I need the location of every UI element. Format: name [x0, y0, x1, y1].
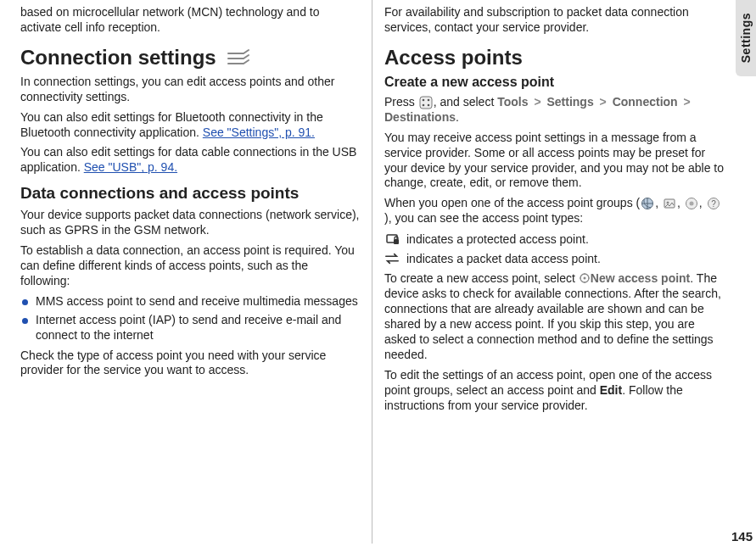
heading-access-points: Access points — [384, 46, 724, 70]
nav-settings: Settings — [546, 95, 593, 109]
protected-ap-icon — [384, 231, 400, 247]
svg-point-4 — [427, 104, 429, 107]
svg-point-2 — [427, 99, 429, 102]
page-body: based on microcellular network (MCN) tec… — [0, 0, 756, 552]
press-pre: Press — [384, 95, 418, 109]
new-access-point-label: New access point — [591, 271, 691, 285]
open-pre: When you open one of the access point gr… — [384, 196, 640, 209]
group-icon-wap — [684, 196, 699, 211]
group-icon-mms — [662, 196, 677, 211]
receive-settings-p: You may receive access point settings in… — [384, 131, 724, 192]
indicator-packet-row: indicates a packet data access point. — [384, 251, 724, 266]
create-ap-p: To create a new access point, select New… — [384, 271, 724, 362]
heading-connection-settings: Connection settings — [20, 46, 360, 70]
left-column: based on microcellular network (MCN) tec… — [20, 0, 372, 544]
data-p1: Your device supports packet data connect… — [20, 208, 360, 238]
svg-text:?: ? — [711, 199, 716, 209]
access-point-list: MMS access point to send and receive mul… — [20, 294, 360, 343]
svg-rect-0 — [420, 97, 432, 109]
menu-key-icon — [418, 95, 434, 110]
create-pre: To create a new access point, select — [384, 271, 579, 285]
edit-ap-p: To edit the settings of an access point,… — [384, 368, 724, 414]
list-item: Internet access point (IAP) to send and … — [20, 313, 360, 343]
group-icon-globe — [640, 196, 655, 211]
press-post: , and select — [434, 95, 498, 109]
indicator-protected-text: indicates a protected access point. — [406, 232, 589, 246]
nav-sep: > — [681, 95, 693, 109]
svg-point-15 — [583, 277, 585, 280]
sep-comma: , — [699, 196, 706, 209]
heading-data-connections: Data connections and access points — [20, 184, 360, 203]
data-p2: To establish a data connection, an acces… — [20, 243, 360, 289]
svg-point-7 — [666, 202, 669, 204]
nav-sep: > — [531, 95, 543, 109]
connection-p3-text: You can also edit settings for data cabl… — [20, 145, 356, 174]
svg-point-1 — [422, 99, 424, 102]
heading-connection-settings-text: Connection settings — [20, 46, 216, 70]
new-ap-icon — [579, 272, 591, 284]
list-item: MMS access point to send and receive mul… — [20, 294, 360, 309]
open-group-p: When you open one of the access point gr… — [384, 196, 724, 226]
nav-tools: Tools — [497, 95, 528, 109]
link-usb-p94[interactable]: See "USB", p. 94. — [84, 160, 177, 174]
side-tab-settings: Settings — [736, 0, 756, 76]
nav-connection: Connection — [613, 95, 678, 109]
connection-p2: You can also edit settings for Bluetooth… — [20, 110, 360, 141]
svg-point-9 — [689, 202, 693, 206]
link-settings-p91[interactable]: See "Settings", p. 91. — [203, 125, 315, 139]
svg-point-3 — [422, 104, 424, 107]
packet-data-icon — [384, 251, 400, 266]
availability-p: For availability and subscription to pac… — [384, 5, 724, 36]
edit-label: Edit — [600, 383, 622, 397]
page-number: 145 — [731, 529, 753, 544]
right-column: For availability and subscription to pac… — [372, 0, 748, 544]
connection-p1: In connection settings, you can edit acc… — [20, 75, 360, 105]
open-post: ), you can see the access point types: — [384, 211, 583, 225]
mcn-fragment: based on microcellular network (MCN) tec… — [20, 5, 360, 36]
indicator-protected-row: indicates a protected access point. — [384, 231, 724, 247]
data-p3: Check the type of access point you need … — [20, 348, 360, 379]
press-instruction: Press , and select Tools > Settings > Co… — [384, 95, 724, 125]
side-tab-label: Settings — [739, 13, 753, 63]
period: . — [456, 110, 459, 124]
sep-comma: , — [655, 196, 662, 209]
sep-comma: , — [677, 196, 684, 209]
nav-sep: > — [597, 95, 609, 109]
svg-rect-13 — [394, 239, 399, 244]
group-icon-unknown: ? — [706, 196, 721, 211]
indicator-packet-text: indicates a packet data access point. — [406, 252, 601, 265]
heading-create-ap: Create a new access point — [384, 75, 724, 90]
connection-p3: You can also edit settings for data cabl… — [20, 145, 360, 176]
nav-destinations: Destinations — [384, 110, 456, 124]
connection-settings-icon — [225, 48, 254, 67]
